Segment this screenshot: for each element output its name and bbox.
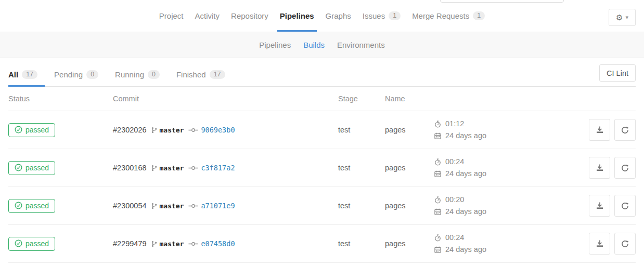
build-name-link[interactable]: pages bbox=[385, 164, 406, 172]
settings-dropdown-button[interactable]: ⚙ ▾ bbox=[609, 9, 636, 26]
ci-lint-button[interactable]: CI Lint bbox=[599, 64, 636, 82]
ref-link[interactable]: master bbox=[151, 240, 184, 248]
status-cell: passed bbox=[8, 237, 113, 251]
tab-finished[interactable]: Finished 17 bbox=[176, 70, 233, 86]
nav-label: Activity bbox=[195, 11, 220, 20]
retry-build-button[interactable] bbox=[614, 233, 636, 255]
status-cell: passed bbox=[8, 199, 113, 213]
actions-cell bbox=[584, 157, 636, 179]
duration-label: 00:20 bbox=[445, 194, 464, 206]
header-stage: Stage bbox=[338, 95, 385, 103]
duration-line: 01:12 bbox=[434, 118, 584, 130]
actions-cell bbox=[584, 233, 636, 255]
status-badge[interactable]: passed bbox=[8, 161, 55, 175]
finished-label: 24 days ago bbox=[445, 206, 486, 218]
commit-sha-link[interactable]: c3f817a2 bbox=[188, 164, 235, 172]
header-name: Name bbox=[385, 95, 434, 103]
status-label: passed bbox=[25, 164, 49, 172]
builds-table: Status Commit Stage Name passed #2302026 bbox=[8, 87, 636, 263]
finished-label: 24 days ago bbox=[445, 168, 486, 180]
build-row: passed #2300168 master bbox=[8, 149, 636, 187]
build-name-link[interactable]: pages bbox=[385, 239, 406, 248]
project-nav: Project Activity Repository Pipelines Gr… bbox=[0, 0, 644, 32]
nav-item-merge-requests[interactable]: Merge Requests 1 bbox=[406, 0, 491, 32]
subnav-label: Environments bbox=[337, 41, 385, 49]
finished-line: 24 days ago bbox=[434, 244, 584, 256]
commit-sha-link[interactable]: 9069e3b0 bbox=[188, 126, 235, 134]
ref-link[interactable]: master bbox=[151, 126, 184, 134]
tab-label: Finished bbox=[176, 70, 206, 79]
nav-item-activity[interactable]: Activity bbox=[189, 0, 226, 32]
finished-label: 24 days ago bbox=[445, 244, 486, 256]
commit-cell: #2299479 master bbox=[113, 239, 338, 248]
retry-build-button[interactable] bbox=[614, 157, 636, 179]
subnav-item-environments[interactable]: Environments bbox=[331, 41, 391, 49]
name-cell: pages bbox=[385, 125, 434, 135]
build-id-link[interactable]: #2300054 bbox=[113, 202, 147, 210]
build-name-link[interactable]: pages bbox=[385, 202, 406, 210]
tab-running-count: 0 bbox=[148, 70, 160, 79]
duration-line: 00:24 bbox=[434, 232, 584, 244]
ref-link[interactable]: master bbox=[151, 164, 184, 172]
nav-label: Pipelines bbox=[280, 11, 314, 20]
build-row: passed #2299479 master bbox=[8, 225, 636, 263]
status-badge[interactable]: passed bbox=[8, 123, 55, 137]
actions-cell bbox=[584, 119, 636, 141]
ref-link[interactable]: master bbox=[151, 202, 184, 210]
download-artifacts-button[interactable] bbox=[589, 157, 610, 179]
nav-item-pipelines[interactable]: Pipelines bbox=[274, 0, 320, 32]
subnav-item-builds[interactable]: Builds bbox=[297, 41, 331, 49]
retry-build-button[interactable] bbox=[614, 195, 636, 217]
ref-name: master bbox=[160, 240, 184, 248]
gitlab-builds-page: Project Activity Repository Pipelines Gr… bbox=[0, 0, 644, 267]
commit-sha: a71071e9 bbox=[201, 202, 235, 210]
nav-item-graphs[interactable]: Graphs bbox=[320, 0, 357, 32]
stage-cell: test bbox=[338, 163, 385, 172]
retry-build-button[interactable] bbox=[614, 119, 636, 141]
nav-item-issues[interactable]: Issues 1 bbox=[357, 0, 406, 32]
download-artifacts-button[interactable] bbox=[589, 233, 610, 255]
duration-line: 00:24 bbox=[434, 156, 584, 168]
commit-sha-link[interactable]: e07458d0 bbox=[188, 239, 235, 248]
commit-sha-link[interactable]: a71071e9 bbox=[188, 202, 235, 210]
name-cell: pages bbox=[385, 201, 434, 210]
build-id-link[interactable]: #2302026 bbox=[113, 126, 147, 134]
timer-icon bbox=[434, 196, 441, 204]
build-filter-tabs: All 17 Pending 0 Running 0 Finished 17 bbox=[8, 58, 636, 87]
tab-all-count: 17 bbox=[22, 70, 37, 79]
calendar-icon bbox=[434, 208, 441, 215]
stage-label: test bbox=[338, 202, 350, 210]
commit-sha: 9069e3b0 bbox=[201, 126, 235, 134]
commit-cell: #2300054 master bbox=[113, 202, 338, 210]
finished-line: 24 days ago bbox=[434, 206, 584, 218]
build-id-link[interactable]: #2299479 bbox=[113, 239, 147, 248]
tab-running[interactable]: Running 0 bbox=[115, 70, 167, 86]
tab-all[interactable]: All 17 bbox=[8, 70, 45, 86]
status-cell: passed bbox=[8, 161, 113, 175]
status-cell: passed bbox=[8, 123, 113, 137]
download-icon bbox=[596, 126, 604, 134]
tab-pending[interactable]: Pending 0 bbox=[54, 70, 106, 86]
tab-label: All bbox=[8, 70, 18, 79]
issues-count-badge: 1 bbox=[389, 11, 401, 20]
nav-item-project[interactable]: Project bbox=[153, 0, 189, 32]
stage-cell: test bbox=[338, 125, 385, 135]
gear-icon: ⚙ bbox=[616, 14, 623, 21]
branch-icon bbox=[151, 241, 157, 247]
subnav-item-pipelines[interactable]: Pipelines bbox=[253, 41, 297, 49]
status-badge[interactable]: passed bbox=[8, 199, 55, 213]
download-artifacts-button[interactable] bbox=[589, 195, 610, 217]
calendar-icon bbox=[434, 132, 441, 139]
download-artifacts-button[interactable] bbox=[589, 119, 610, 141]
nav-label: Graphs bbox=[326, 11, 351, 20]
builds-table-header: Status Commit Stage Name bbox=[8, 87, 636, 111]
stage-cell: test bbox=[338, 239, 385, 248]
finished-label: 24 days ago bbox=[445, 130, 486, 142]
project-header: Project Activity Repository Pipelines Gr… bbox=[0, 0, 644, 32]
build-id-link[interactable]: #2300168 bbox=[113, 164, 147, 172]
status-badge[interactable]: passed bbox=[8, 237, 55, 251]
ref-name: master bbox=[160, 202, 184, 210]
check-circle-icon bbox=[15, 126, 22, 134]
build-name-link[interactable]: pages bbox=[385, 126, 406, 134]
nav-item-repository[interactable]: Repository bbox=[225, 0, 274, 32]
